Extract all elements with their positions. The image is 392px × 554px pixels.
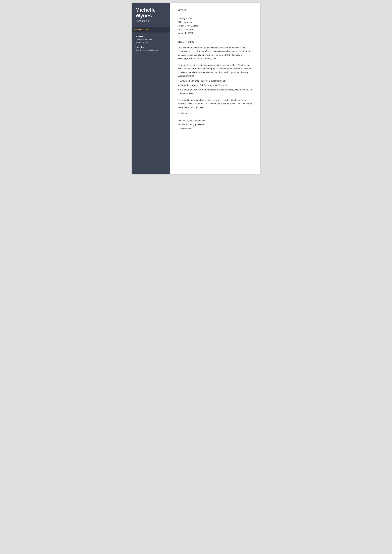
paragraph-3: I'm excited to show you how my efficienc… — [177, 98, 253, 109]
linkedin-label: LinkedIn — [135, 46, 167, 48]
main-content: 12/09/19 Chelsey Ratcliff Office Manager… — [170, 3, 260, 174]
applicant-title: Receptionist — [135, 20, 167, 22]
signature-phone: 773-914-7965 — [177, 126, 253, 130]
recipient-address-line1: 2804 Davis Court — [177, 28, 253, 31]
address-line1: 4884 Holden Street — [135, 38, 153, 41]
signature-email: michellezwynes@gmail.com — [177, 123, 253, 126]
signature-block: Michelle Wynes, Receptionist michellezwy… — [177, 119, 253, 130]
signature-name: Michelle Wynes, Receptionist — [177, 119, 253, 123]
linkedin-value: linkedin.com/michellezwynes — [135, 49, 167, 52]
closing: Best Regards, — [177, 112, 253, 114]
bullet-3: Collaborated with 30+ team members to su… — [180, 88, 253, 96]
recipient-block: Chelsey Ratcliff Office Manager Morton M… — [177, 17, 253, 35]
bullet-1: Answered 10+ phone calls from customers … — [180, 79, 253, 83]
recipient-company: Morton Medical Clinic — [177, 24, 253, 28]
last-name: Wynes — [135, 13, 152, 19]
personal-info-header: Personal Info — [132, 27, 170, 33]
paragraph-2-text: I'm very interested in beginning a caree… — [177, 64, 251, 77]
address-line2: Marion, IL 62959 — [135, 41, 150, 43]
paragraph-1: I'm excited to apply for the receptionis… — [177, 46, 253, 60]
bullet-2: Wrote daily reports of shifts using MS O… — [180, 83, 253, 87]
sidebar: Michelle Wynes Receptionist Personal Inf… — [132, 3, 170, 174]
recipient-title: Office Manager — [177, 20, 253, 24]
resume-page: Michelle Wynes Receptionist Personal Inf… — [132, 3, 260, 174]
applicant-name: Michelle Wynes — [135, 7, 167, 18]
paragraph-2: I'm very interested in beginning a caree… — [177, 63, 253, 96]
address-label: Address — [135, 35, 167, 38]
recipient-address-line2: Marion, IL 62959 — [177, 31, 253, 35]
letter-date: 12/09/19 — [177, 8, 253, 11]
accomplishments-list: Answered 10+ phone calls from customers … — [180, 79, 253, 96]
address-value: 4884 Holden Street Marion, IL 62959 — [135, 38, 167, 44]
salutation: Dear Ms. Ratcliff, — [177, 41, 253, 43]
first-name: Michelle — [135, 7, 156, 13]
recipient-name: Chelsey Ratcliff — [177, 17, 253, 20]
